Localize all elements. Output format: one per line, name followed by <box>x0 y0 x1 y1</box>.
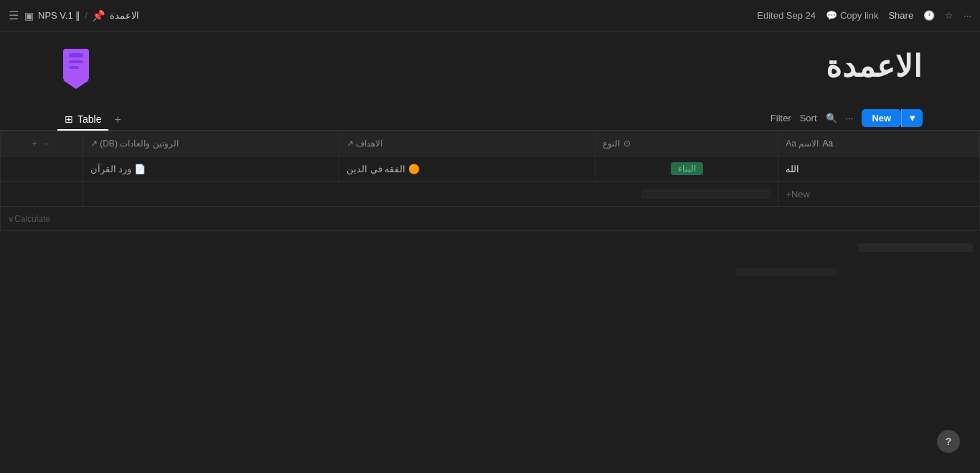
page-title: الاعمدة <box>826 49 923 84</box>
app-icon: ▣ <box>24 10 34 22</box>
routine-col-label: الروتين والعادات (DB) ↗ <box>90 139 179 149</box>
copy-link-button[interactable]: 💬 Copy link <box>826 10 878 21</box>
page-header: الاعمدة <box>0 32 980 98</box>
cell-routine[interactable]: 📄 ورد القرآن <box>83 156 339 182</box>
new-row-cell[interactable]: New+ <box>778 182 980 207</box>
skeleton-row-2 <box>1 258 980 283</box>
cell-goals[interactable]: 🟠 الفقه في الدين <box>339 156 595 182</box>
col-add-icon[interactable]: + <box>32 139 37 149</box>
new-button-group: New ▼ <box>862 109 923 127</box>
table-container: Aa الاسم Aa ⊙ النوع الاهداف ↗ <box>0 131 980 283</box>
pin-icon: 📌 <box>92 9 105 22</box>
more-options-icon[interactable]: ··· <box>963 10 971 21</box>
goals-col-label: الاهداف ↗ <box>347 139 382 149</box>
breadcrumb: ▣ NPS V.1 ‖ / 📌 الاعمدة <box>24 9 139 22</box>
calculate-row[interactable]: ∨Calculate <box>1 207 980 231</box>
new-row-empty-action <box>1 182 83 207</box>
col-header-routine[interactable]: الروتين والعادات (DB) ↗ <box>83 131 339 156</box>
filter-button[interactable]: Filter <box>771 113 791 123</box>
database-table: Aa الاسم Aa ⊙ النوع الاهداف ↗ <box>0 131 980 283</box>
svg-rect-1 <box>69 53 83 57</box>
col-header-type[interactable]: ⊙ النوع <box>595 131 778 156</box>
type-col-icon: ⊙ <box>623 139 631 149</box>
new-row[interactable]: New+ <box>1 182 980 207</box>
menu-icon[interactable]: ☰ <box>9 9 19 22</box>
name-col-icon: Aa <box>822 139 833 149</box>
svg-rect-3 <box>69 66 79 69</box>
col-more-icon[interactable]: ··· <box>44 139 51 149</box>
add-tab-button[interactable]: + <box>108 111 126 129</box>
new-button[interactable]: New <box>862 109 901 127</box>
cell-name[interactable]: الله <box>778 156 980 182</box>
copy-link-label: Copy link <box>840 10 878 21</box>
table-header-row: Aa الاسم Aa ⊙ النوع الاهداف ↗ <box>1 131 980 156</box>
topbar-right: Edited Sep 24 💬 Copy link Share 🕐 ☆ ··· <box>757 10 971 21</box>
tab-table-label: Table <box>77 113 101 125</box>
row-name-value: الله <box>786 164 799 174</box>
share-button[interactable]: Share <box>888 10 913 21</box>
col-header-name[interactable]: Aa الاسم Aa <box>778 131 980 156</box>
star-icon[interactable]: ☆ <box>945 10 953 21</box>
table-icon: ⊞ <box>65 113 73 125</box>
comment-icon: 💬 <box>826 10 837 21</box>
col-header-actions[interactable]: ··· + <box>1 131 83 156</box>
cell-actions[interactable] <box>1 156 83 182</box>
topbar-left: ☰ ▣ NPS V.1 ‖ / 📌 الاعمدة <box>9 9 751 22</box>
type-badge: البناء <box>671 162 703 175</box>
svg-rect-2 <box>69 60 83 63</box>
svg-marker-4 <box>63 80 89 89</box>
table-row: الله البناء 🟠 الفقه في الدين 📄 ورد القرآ… <box>1 156 980 182</box>
new-row-label: New+ <box>786 189 810 200</box>
skeleton-row-1 <box>1 231 980 258</box>
calculate-cell[interactable]: ∨Calculate <box>1 207 980 231</box>
topbar: ☰ ▣ NPS V.1 ‖ / 📌 الاعمدة Edited Sep 24 … <box>0 0 980 32</box>
goals-value: 🟠 الفقه في الدين <box>347 164 420 174</box>
page-name: الاعمدة <box>110 10 139 21</box>
tab-table[interactable]: ⊞ Table <box>57 109 108 131</box>
new-button-dropdown[interactable]: ▼ <box>901 109 923 127</box>
toolbar-actions: Filter Sort 🔍 ··· New ▼ <box>771 109 923 130</box>
edited-label: Edited Sep 24 <box>757 10 816 21</box>
more-toolbar-button[interactable]: ··· <box>846 113 854 123</box>
calculate-label[interactable]: ∨Calculate <box>8 214 50 224</box>
new-row-empty-type <box>83 182 778 207</box>
type-col-label: النوع <box>603 139 620 149</box>
breadcrumb-sep: / <box>85 10 88 21</box>
routine-value: 📄 ورد القرآن <box>90 164 146 174</box>
name-col-label: الاسم Aa <box>786 139 819 149</box>
cell-type[interactable]: البناء <box>595 156 778 182</box>
table-toolbar: ⊞ Table + Filter Sort 🔍 ··· New ▼ <box>0 103 980 131</box>
page-icon <box>57 49 95 98</box>
sort-button[interactable]: Sort <box>800 113 817 123</box>
col-header-goals[interactable]: الاهداف ↗ <box>339 131 595 156</box>
help-button[interactable]: ? <box>937 430 960 453</box>
app-name: NPS V.1 ‖ <box>38 10 80 21</box>
clock-icon[interactable]: 🕐 <box>923 10 935 21</box>
search-button[interactable]: 🔍 <box>826 113 837 123</box>
